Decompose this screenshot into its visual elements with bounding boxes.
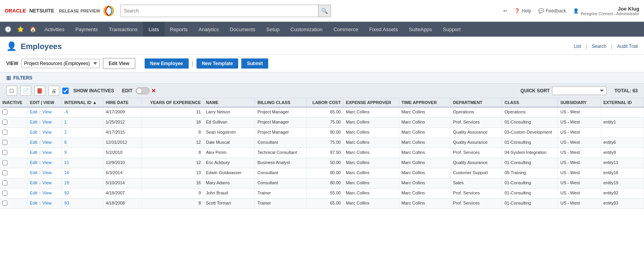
nav-favorites-icon[interactable]: ⭐ <box>14 22 27 37</box>
new-employee-button[interactable]: New Employee <box>145 58 189 69</box>
nav-lists[interactable]: Lists <box>143 22 165 37</box>
col-subsidiary[interactable]: SUBSIDIARY <box>558 98 601 107</box>
view-link-8[interactable]: View <box>42 191 52 195</box>
view-link-2[interactable]: View <box>42 130 52 134</box>
view-link-6[interactable]: View <box>42 170 52 175</box>
close-edit-icon[interactable]: ✕ <box>151 88 156 94</box>
edit-link-1[interactable]: Edit <box>30 120 37 124</box>
select-all-button[interactable]: ☐ <box>6 86 17 96</box>
row-checkbox-6[interactable] <box>2 170 7 175</box>
col-name[interactable]: NAME <box>203 98 255 107</box>
search-bar[interactable]: 🔍 <box>120 5 331 17</box>
edit-link-9[interactable]: Edit <box>30 201 37 205</box>
internal-id-4[interactable]: 9 <box>64 150 67 155</box>
view-link-4[interactable]: View <box>42 150 52 155</box>
col-labor-cost[interactable]: LABOR COST <box>306 98 343 107</box>
nav-home-icon[interactable]: 🏠 <box>27 22 39 37</box>
audit-trail-link[interactable]: Audit Trail <box>617 44 638 49</box>
nav-recent-icon[interactable]: 🕐 <box>2 22 14 37</box>
nav-payments[interactable]: Payments <box>70 22 103 37</box>
edit-toggle[interactable]: ✕ <box>136 87 156 94</box>
internal-id-3[interactable]: 6 <box>64 140 67 145</box>
edit-link-5[interactable]: Edit <box>30 160 37 165</box>
filters-bar[interactable]: ⊞ FILTERS <box>0 72 644 84</box>
internal-id-7[interactable]: 19 <box>64 180 69 185</box>
submit-button[interactable]: Submit <box>241 58 268 69</box>
cell-name-2: Sean Hogstrom <box>203 128 255 138</box>
cell-class-4: 04-System Integration <box>502 148 558 158</box>
row-checkbox-4[interactable] <box>2 150 7 155</box>
view-link-0[interactable]: View <box>42 109 52 114</box>
col-inactive[interactable]: INACTIVE <box>0 98 27 107</box>
nav-suiteapps[interactable]: SuiteApps <box>403 22 437 37</box>
print-button[interactable]: 🖨 <box>48 86 59 96</box>
row-checkbox-1[interactable] <box>2 120 7 125</box>
view-link-9[interactable]: View <box>42 201 52 205</box>
nav-customization[interactable]: Customization <box>285 22 328 37</box>
nav-commerce[interactable]: Commerce <box>328 22 364 37</box>
nav-activities[interactable]: Activities <box>39 22 70 37</box>
edit-link-7[interactable]: Edit <box>30 180 37 185</box>
edit-link-6[interactable]: Edit <box>30 170 37 175</box>
col-billing-class[interactable]: BILLING CLASS <box>255 98 306 107</box>
col-class[interactable]: CLASS <box>502 98 558 107</box>
col-expense-approver[interactable]: EXPENSE APPROVER <box>343 98 399 107</box>
internal-id-2[interactable]: 2 <box>64 130 67 134</box>
list-link[interactable]: List <box>574 44 581 49</box>
view-select[interactable]: Project Resources (Employees) <box>21 59 100 68</box>
search-link[interactable]: Search <box>591 44 606 49</box>
table-scroll[interactable]: INACTIVE EDIT | VIEW INTERNAL ID ▲ HIRE … <box>0 98 644 209</box>
help-button[interactable]: ❓ Help <box>514 8 531 14</box>
quick-sort-select[interactable] <box>552 86 607 95</box>
back-button[interactable]: ↩ <box>503 8 507 14</box>
col-editview[interactable]: EDIT | VIEW <box>27 98 62 107</box>
internal-id-5[interactable]: 11 <box>64 160 69 165</box>
export-pdf-button[interactable]: 📕 <box>34 86 45 96</box>
edit-view-button[interactable]: Edit View <box>103 58 135 69</box>
nav-setup[interactable]: Setup <box>261 22 285 37</box>
internal-id-9[interactable]: 93 <box>64 201 69 205</box>
internal-id-6[interactable]: 16 <box>64 170 69 175</box>
view-link-5[interactable]: View <box>42 160 52 165</box>
row-checkbox-8[interactable] <box>2 191 7 196</box>
col-years-exp[interactable]: YEARS OF EXPERIENCE <box>142 98 203 107</box>
row-checkbox-5[interactable] <box>2 160 7 165</box>
col-hire-date[interactable]: HIRE DATE <box>103 98 142 107</box>
edit-link-0[interactable]: Edit <box>30 109 37 114</box>
col-department[interactable]: DEPARTMENT <box>450 98 502 107</box>
nav-analytics[interactable]: Analytics <box>193 22 224 37</box>
view-link-3[interactable]: View <box>42 140 52 145</box>
nav-fixed-assets[interactable]: Fixed Assets <box>364 22 403 37</box>
internal-id-0[interactable]: -5 <box>64 109 68 114</box>
internal-id-8[interactable]: 92 <box>64 191 69 195</box>
row-checkbox-7[interactable] <box>2 180 7 185</box>
nav-reports[interactable]: Reports <box>165 22 193 37</box>
row-checkbox-3[interactable] <box>2 140 7 145</box>
view-link-7[interactable]: View <box>42 180 52 185</box>
export-csv-button[interactable]: 📄 <box>20 86 31 96</box>
col-external-id[interactable]: EXTERNAL ID <box>601 98 644 107</box>
nav-support[interactable]: Support <box>437 22 466 37</box>
edit-toggle-switch[interactable] <box>136 87 150 94</box>
feedback-button[interactable]: 💬 Feedback <box>538 8 566 14</box>
search-button[interactable]: 🔍 <box>318 5 331 17</box>
show-inactives-checkbox[interactable] <box>62 88 69 94</box>
col-internal-id[interactable]: INTERNAL ID ▲ <box>62 98 103 107</box>
edit-link-8[interactable]: Edit <box>30 191 37 195</box>
internal-id-1[interactable]: 1 <box>64 120 67 124</box>
nav-documents[interactable]: Documents <box>224 22 261 37</box>
edit-link-3[interactable]: Edit <box>30 140 37 145</box>
row-checkbox-2[interactable] <box>2 130 7 135</box>
row-checkbox-0[interactable] <box>2 109 7 115</box>
link-sep-5: | <box>39 160 42 165</box>
user-menu[interactable]: 👤 Joe Klug Peregrine Connect - Administr… <box>573 6 639 16</box>
view-link-1[interactable]: View <box>42 120 52 124</box>
filters-toggle[interactable]: ⊞ FILTERS <box>6 75 32 81</box>
row-checkbox-9[interactable] <box>2 201 7 206</box>
nav-transactions[interactable]: Transactions <box>103 22 143 37</box>
edit-link-2[interactable]: Edit <box>30 130 37 134</box>
search-input[interactable] <box>121 8 318 14</box>
new-template-button[interactable]: New Template <box>196 58 239 69</box>
col-time-approver[interactable]: TIME APPROVER <box>399 98 450 107</box>
edit-link-4[interactable]: Edit <box>30 150 37 155</box>
